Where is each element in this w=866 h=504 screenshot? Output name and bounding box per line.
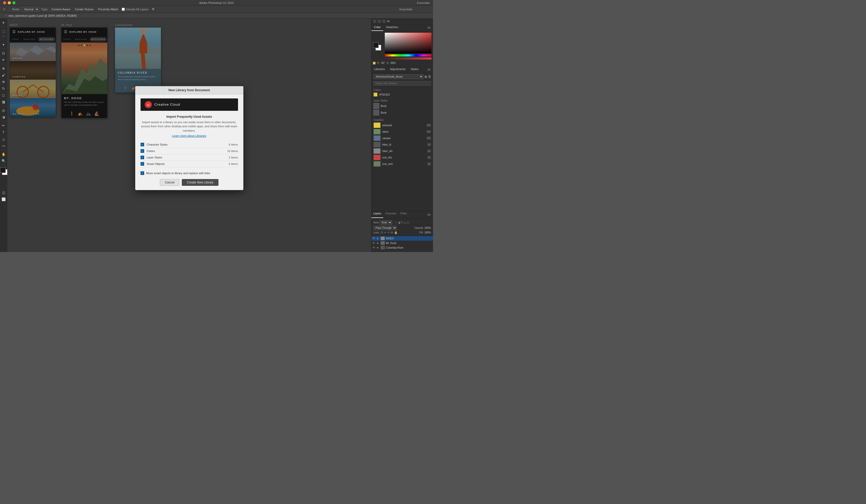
screen-mode-btn[interactable]: ⬜	[1, 196, 7, 202]
graphic-item-hiker_wh[interactable]: hiker_wh Ai	[374, 148, 431, 154]
layer-thumb-1[interactable]	[374, 103, 379, 109]
styles-tab[interactable]: Styles	[408, 66, 421, 73]
learn-more-link[interactable]: Learn more about Libraries	[141, 134, 238, 137]
history-tool[interactable]: ↻	[1, 85, 7, 91]
graphic-item-selected[interactable]: selected Ps	[374, 122, 431, 128]
lock-artboard-icon[interactable]: ⊞	[391, 231, 393, 234]
library-select[interactable]: AdventureGuide_library	[374, 74, 423, 79]
lock-position-icon[interactable]: ✛	[387, 231, 390, 234]
healing-tool[interactable]: ⊕	[1, 65, 7, 71]
create-library-button[interactable]: Create New Library	[182, 179, 218, 186]
tool-icon[interactable]: ⌖	[2, 7, 6, 11]
opacity-value[interactable]: 100%	[424, 227, 431, 229]
blend-mode-select[interactable]: Pass Through	[374, 226, 397, 230]
marquee-tool[interactable]: ⬚	[1, 28, 7, 34]
fill-value[interactable]: 100%	[424, 231, 431, 234]
foreground-color-swatch[interactable]	[0, 167, 6, 173]
graphic-item-camper[interactable]: camper Ps	[374, 135, 431, 141]
layers-tab[interactable]: Layers	[371, 211, 383, 218]
eyedropper-tool[interactable]: ✒	[1, 57, 7, 63]
blur-tool[interactable]: ◎	[1, 107, 7, 113]
panel-collapse-btn[interactable]: ≫	[425, 24, 433, 31]
expand-icon-colombia[interactable]: ▶	[377, 246, 380, 249]
fg-color-swatch[interactable]	[373, 42, 379, 48]
lock-image-icon[interactable]: ✏	[384, 231, 386, 234]
filter-text-icon[interactable]: T	[401, 221, 402, 225]
adj-tab[interactable]: Adjustments	[387, 66, 408, 73]
colors-check[interactable]: ✓	[141, 149, 144, 153]
sample-all-layers-checkbox[interactable]: Sample All Layers	[122, 8, 148, 11]
swatches-tab[interactable]: Swatches	[383, 24, 401, 31]
kind-select[interactable]: Kind	[380, 220, 392, 225]
color-panel-icon[interactable]: ⬛	[373, 20, 377, 23]
hue-slider[interactable]	[385, 54, 431, 56]
filter-adj-icon[interactable]: ◑	[398, 221, 400, 225]
shape-tool[interactable]: ▭	[1, 142, 7, 149]
channels-tab[interactable]: Channels	[383, 211, 398, 218]
grid-view-btn[interactable]: ⊞	[424, 75, 427, 79]
magic-wand-tool[interactable]: ✦	[1, 42, 7, 48]
smart-objects-check[interactable]: ✓	[141, 162, 144, 166]
layer-styles-check[interactable]: ✓	[141, 156, 144, 159]
dodge-tool[interactable]: ◑	[1, 114, 7, 120]
visibility-icon-colombia[interactable]: 👁	[373, 246, 376, 249]
history-panel-icon[interactable]: ⬛	[378, 20, 381, 23]
lock-all-icon[interactable]: 🔒	[394, 231, 398, 234]
libs-tab[interactable]: Libraries	[371, 66, 387, 73]
path-tool[interactable]: △	[1, 136, 7, 142]
tab-close-btn[interactable]: ×	[5, 14, 7, 17]
move-smart-check[interactable]: ✓	[141, 171, 144, 175]
list-view-btn[interactable]: ☰	[428, 75, 431, 79]
layer-mt-hood[interactable]: 👁 ▶ Mt. Hood	[371, 241, 433, 245]
visibility-icon-hood[interactable]: 👁	[373, 241, 376, 244]
graphic-item-icon_tent[interactable]: icon_tent Ai	[374, 161, 431, 167]
layers-expand[interactable]: ≫	[425, 211, 433, 218]
graphic-thumb-icon_fire	[374, 154, 381, 160]
crop-tool[interactable]: ⊡	[1, 50, 7, 56]
hand-tool[interactable]: ✋	[1, 151, 7, 157]
text-tool[interactable]: T	[1, 129, 7, 135]
proximity-match-btn[interactable]: Proximity Match	[97, 7, 120, 11]
quick-mask-btn[interactable]: ◫	[1, 190, 7, 196]
create-texture-btn[interactable]: Create Texture	[74, 7, 95, 11]
graphic-item-icon_fire[interactable]: icon_fire Ai	[374, 154, 431, 160]
filter-pixel-icon[interactable]: ⬚	[394, 221, 397, 225]
content-aware-btn[interactable]: Content-Aware	[50, 7, 71, 11]
alpha-slider[interactable]	[385, 57, 431, 59]
graphic-item-hiker_bl[interactable]: hiker_bl Ai	[374, 142, 431, 147]
essentials-label[interactable]: Essentials	[417, 1, 430, 4]
filter-smart-icon[interactable]: ⬡	[407, 221, 409, 225]
document-tab[interactable]: × new_adventure-guide-2.psd @ 205% (INDE…	[2, 13, 80, 18]
layer-colombia[interactable]: 👁 ▶ Colombia River	[371, 245, 433, 250]
settings-icon[interactable]: ⚙	[151, 7, 156, 11]
expand-icon-index[interactable]: ▶	[377, 237, 380, 240]
visibility-icon-index[interactable]: 👁	[373, 237, 376, 240]
pen-tool[interactable]: ✏	[1, 122, 7, 129]
yellow-swatch[interactable]	[374, 92, 378, 96]
expand-panel-btn[interactable]: ≫	[387, 20, 390, 23]
eraser-tool[interactable]: ◻	[1, 92, 7, 98]
library-search[interactable]	[374, 81, 431, 85]
clone-tool[interactable]: ⊛	[1, 79, 7, 85]
expand-icon-hood[interactable]: ▶	[377, 242, 380, 244]
mode-select[interactable]: Normal	[22, 7, 39, 12]
brush-tool[interactable]: 🖌	[1, 72, 7, 78]
filter-shape-icon[interactable]: ▭	[403, 221, 406, 225]
graphic-name-hiker_bl: hiker_bl	[382, 143, 426, 146]
graphic-item-riders[interactable]: riders Ps	[374, 129, 431, 135]
paths-tab[interactable]: Paths	[398, 211, 409, 218]
lasso-tool[interactable]: ⌒	[1, 35, 7, 41]
essentials-btn[interactable]: Essentials	[399, 8, 412, 11]
color-tab[interactable]: Color	[371, 24, 383, 31]
color-picker-gradient[interactable]	[385, 33, 431, 53]
move-tool[interactable]: ✛	[1, 20, 7, 26]
lock-transparent-icon[interactable]: ⊡	[381, 231, 383, 234]
libs-expand[interactable]: ≫	[425, 66, 433, 73]
layer-thumb-2[interactable]	[374, 110, 379, 115]
cancel-button[interactable]: Cancel	[160, 179, 179, 186]
layer-index[interactable]: 👁 ▶ INDEX	[371, 236, 433, 241]
zoom-tool[interactable]: 🔍	[1, 158, 7, 164]
character-styles-check[interactable]: ✓	[141, 143, 144, 146]
gradient-tool[interactable]: ▦	[1, 99, 7, 105]
info-panel-icon[interactable]: ⬛	[382, 20, 386, 23]
